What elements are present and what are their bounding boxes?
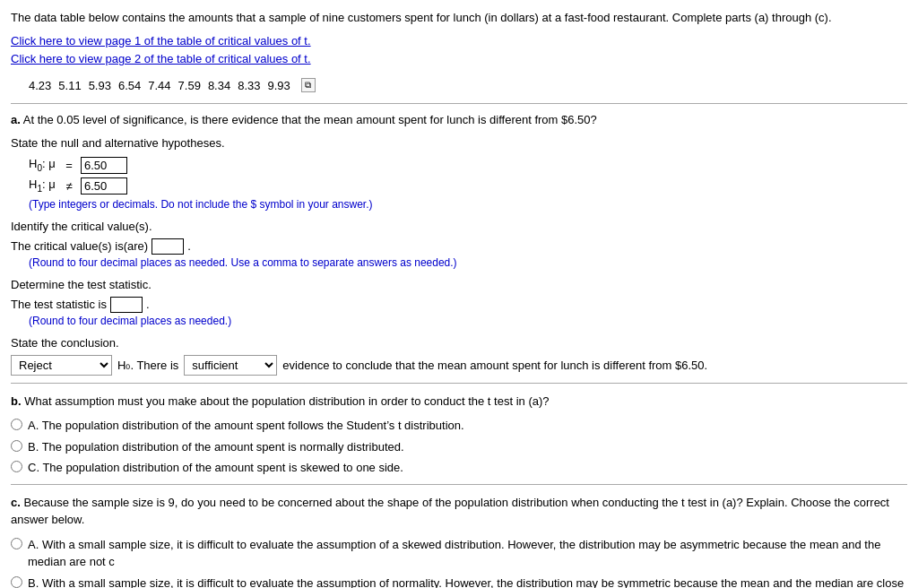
part-a-section: a. At the 0.05 level of significance, is… bbox=[11, 111, 907, 376]
data-value-1: 4.23 bbox=[29, 79, 51, 92]
part-a-question-text: At the 0.05 level of significance, is th… bbox=[23, 113, 597, 126]
divider-2 bbox=[11, 383, 907, 384]
part-c-radio-b[interactable] bbox=[11, 576, 22, 588]
part-c-label: c. bbox=[11, 496, 21, 509]
link-page1[interactable]: Click here to view page 1 of the table o… bbox=[11, 32, 907, 51]
data-value-7: 8.34 bbox=[208, 79, 230, 92]
data-value-8: 8.33 bbox=[238, 79, 260, 92]
data-value-3: 5.93 bbox=[89, 79, 111, 92]
data-value-6: 7.59 bbox=[178, 79, 201, 92]
part-a-label: a. bbox=[11, 113, 21, 126]
h0-value-input[interactable] bbox=[81, 157, 127, 174]
h0-conclusion-label: H₀. There is bbox=[117, 359, 178, 372]
part-b-option-a-text: A. The population distribution of the am… bbox=[28, 417, 464, 435]
state-hypotheses-label: State the null and alternative hypothese… bbox=[11, 136, 907, 150]
critical-period: . bbox=[187, 239, 191, 253]
h0-row: H0: μ = bbox=[29, 157, 907, 174]
part-c-section: c. Because the sample size is 9, do you … bbox=[11, 494, 907, 588]
hypothesis-hint: (Type integers or decimals. Do not inclu… bbox=[29, 198, 907, 211]
part-b-option-c: C. The population distribution of the am… bbox=[11, 459, 907, 477]
part-b-radio-c[interactable] bbox=[11, 461, 22, 472]
part-b-option-b-text: B. The population distribution of the am… bbox=[28, 438, 404, 456]
intro-text: The data table below contains the amount… bbox=[11, 9, 907, 27]
link-page2[interactable]: Click here to view page 2 of the table o… bbox=[11, 50, 907, 69]
determine-statistic-label: Determine the test statistic. bbox=[11, 278, 907, 291]
critical-value-row: The critical value(s) is(are) . bbox=[11, 238, 907, 255]
h0-symbol: = bbox=[61, 159, 77, 172]
h0-label: H0: μ bbox=[29, 157, 57, 173]
part-c-radio-a[interactable] bbox=[11, 538, 22, 549]
hypothesis-block: H0: μ = H1: μ ≠ bbox=[29, 157, 907, 195]
part-b-radio-b[interactable] bbox=[11, 440, 22, 452]
data-value-2: 5.11 bbox=[58, 79, 81, 92]
test-statistic-input[interactable] bbox=[110, 297, 143, 313]
part-c-option-b: B. With a small sample size, it is diffi… bbox=[11, 575, 907, 588]
data-value-9: 9.93 bbox=[268, 79, 290, 92]
divider-1 bbox=[11, 103, 907, 104]
part-b-question: b. What assumption must you make about t… bbox=[11, 393, 907, 411]
part-b-option-c-text: C. The population distribution of the am… bbox=[28, 459, 403, 477]
part-b-label: b. bbox=[11, 394, 22, 408]
part-b-radio-a[interactable] bbox=[11, 419, 22, 430]
reject-select[interactable]: Reject Fail to reject bbox=[11, 355, 112, 376]
h1-symbol: ≠ bbox=[61, 179, 77, 193]
data-value-5: 7.44 bbox=[148, 79, 170, 92]
conclusion-text: evidence to conclude that the mean amoun… bbox=[282, 359, 707, 372]
h1-label: H1: μ bbox=[29, 177, 57, 194]
part-c-option-b-text: B. With a small sample size, it is diffi… bbox=[28, 575, 906, 588]
part-b-option-b: B. The population distribution of the am… bbox=[11, 438, 907, 456]
data-value-4: 6.54 bbox=[118, 79, 141, 92]
part-b-option-a: A. The population distribution of the am… bbox=[11, 417, 907, 435]
test-statistic-row: The test statistic is . bbox=[11, 297, 907, 313]
h1-row: H1: μ ≠ bbox=[29, 177, 907, 195]
part-b-section: b. What assumption must you make about t… bbox=[11, 393, 907, 477]
part-a-question: a. At the 0.05 level of significance, is… bbox=[11, 111, 907, 129]
part-c-option-a-text: A. With a small sample size, it is diffi… bbox=[28, 536, 906, 571]
h1-value-input[interactable] bbox=[81, 177, 127, 195]
critical-hint: (Round to four decimal places as needed.… bbox=[29, 256, 907, 269]
critical-value-input[interactable] bbox=[152, 238, 184, 255]
part-c-option-a: A. With a small sample size, it is diffi… bbox=[11, 536, 907, 571]
statistic-hint: (Round to four decimal places as needed.… bbox=[29, 315, 907, 327]
evidence-select[interactable]: sufficient insufficient bbox=[184, 355, 277, 376]
statistic-period: . bbox=[146, 298, 150, 311]
part-c-question-text: Because the sample size is 9, do you nee… bbox=[11, 496, 889, 527]
identify-critical-label: Identify the critical value(s). bbox=[11, 220, 907, 233]
state-conclusion-label: State the conclusion. bbox=[11, 336, 907, 350]
part-c-question: c. Because the sample size is 9, do you … bbox=[11, 494, 907, 529]
part-b-question-text: What assumption must you make about the … bbox=[24, 394, 549, 408]
critical-prefix: The critical value(s) is(are) bbox=[11, 239, 148, 253]
statistic-prefix: The test statistic is bbox=[11, 298, 107, 311]
data-values-row: 4.23 5.11 5.93 6.54 7.44 7.59 8.34 8.33 … bbox=[29, 78, 907, 92]
conclusion-row: Reject Fail to reject H₀. There is suffi… bbox=[11, 355, 907, 376]
divider-3 bbox=[11, 484, 907, 485]
copy-icon[interactable]: ⧉ bbox=[301, 78, 316, 92]
